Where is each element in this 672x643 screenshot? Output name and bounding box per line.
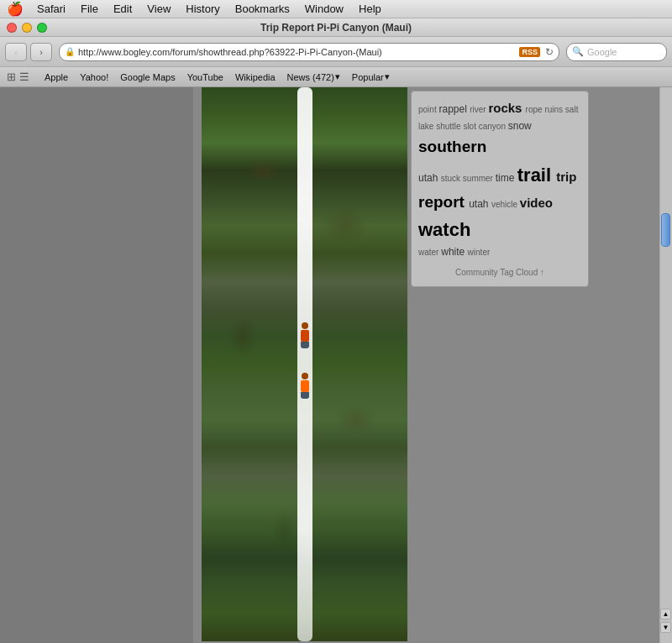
scrollbar-thumb[interactable] [661, 213, 670, 247]
close-button[interactable] [7, 23, 17, 33]
sidebar-toggle-icon[interactable]: ⊞ [7, 71, 16, 83]
bookmark-youtube[interactable]: YouTube [184, 71, 227, 83]
scrollbar-down-button[interactable]: ▼ [660, 622, 671, 633]
search-bar[interactable]: 🔍 Google [566, 43, 667, 61]
tag-southern[interactable]: southern [418, 138, 486, 155]
minimize-button[interactable] [22, 23, 32, 33]
menubar-help[interactable]: Help [352, 2, 388, 16]
scrollbar-up-button[interactable]: ▲ [660, 609, 671, 619]
forward-button[interactable]: › [30, 43, 52, 61]
browser-content: point rappel river rocks rope ruins salt… [0, 87, 672, 643]
waterfall-container [202, 87, 407, 643]
search-icon: 🔍 [572, 46, 584, 57]
back-icon: ‹ [14, 47, 18, 57]
person-body [301, 330, 309, 342]
tag-water[interactable]: water [418, 248, 441, 257]
tag-time[interactable]: time [496, 172, 517, 184]
person-legs [301, 342, 309, 348]
tag-shuttle[interactable]: shuttle [436, 122, 463, 131]
menubar-window[interactable]: Window [298, 2, 350, 16]
main-content: point rappel river rocks rope ruins salt… [193, 87, 672, 643]
tag-canyon[interactable]: canyon [479, 122, 508, 131]
bookmarks-bar: ⊞ ☰ Apple Yahoo! Google Maps YouTube Wik… [0, 67, 672, 87]
waterfall-streak [297, 87, 312, 641]
search-placeholder: Google [587, 47, 617, 57]
window-title: Trip Report Pi-Pi Canyon (Maui) [260, 22, 412, 34]
back-button[interactable]: ‹ [5, 43, 27, 61]
tag-point[interactable]: point [418, 105, 438, 114]
bookmark-popular[interactable]: Popular ▾ [349, 71, 393, 83]
refresh-icon[interactable]: ↻ [545, 46, 554, 58]
bookmark-googlemaps[interactable]: Google Maps [117, 71, 178, 83]
tag-river[interactable]: river [470, 105, 488, 114]
tag-stuck[interactable]: stuck [441, 174, 463, 183]
tag-utah2[interactable]: utah [469, 198, 491, 210]
news-label: News (472) [287, 72, 334, 82]
tag-salt[interactable]: salt [565, 105, 579, 114]
tag-video[interactable]: video [520, 196, 553, 210]
menubar-history[interactable]: History [179, 2, 226, 16]
news-dropdown-icon: ▾ [335, 71, 340, 82]
tag-rappel[interactable]: rappel [438, 103, 470, 115]
tag-cloud-footer[interactable]: Community Tag Cloud ↑ [418, 266, 581, 280]
tag-cloud-box: point rappel river rocks rope ruins salt… [411, 91, 589, 287]
tag-watch[interactable]: watch [418, 219, 470, 240]
menubar-edit[interactable]: Edit [107, 2, 139, 16]
waterfall-image [202, 87, 407, 641]
tag-winter[interactable]: winter [468, 248, 491, 257]
popular-label: Popular [352, 72, 384, 82]
menubar-view[interactable]: View [140, 2, 177, 16]
bookmark-news[interactable]: News (472) ▾ [284, 71, 344, 83]
tag-summer[interactable]: summer [463, 174, 496, 183]
menubar-bookmarks[interactable]: Bookmarks [228, 2, 297, 16]
tag-rope[interactable]: rope [526, 105, 545, 114]
forward-icon: › [39, 47, 43, 57]
person-head-2 [302, 373, 308, 379]
rss-badge[interactable]: RSS [519, 47, 540, 57]
tag-trail[interactable]: trail [517, 165, 556, 186]
titlebar: Trip Report Pi-Pi Canyon (Maui) [0, 18, 672, 37]
person-legs-2 [301, 392, 309, 399]
right-panel: point rappel river rocks rope ruins salt… [407, 87, 592, 643]
person-rappelling-2 [297, 373, 313, 396]
bookmark-yahoo[interactable]: Yahoo! [76, 71, 112, 83]
person-body-2 [301, 380, 309, 392]
tag-white[interactable]: white [441, 246, 467, 258]
bookmark-apple[interactable]: Apple [41, 71, 71, 83]
bookmark-wikipedia[interactable]: Wikipedia [232, 71, 279, 83]
toolbar: ‹ › 🔒 http://www.bogley.com/forum/showth… [0, 37, 672, 67]
tag-trip[interactable]: trip [556, 170, 576, 184]
menubar-safari[interactable]: Safari [30, 2, 72, 16]
menubar-file[interactable]: File [74, 2, 105, 16]
tag-utah[interactable]: utah [418, 172, 441, 184]
tag-ruins[interactable]: ruins [544, 105, 564, 114]
window-controls [7, 23, 47, 33]
popular-dropdown-icon: ▾ [385, 71, 390, 82]
tag-snow[interactable]: snow [508, 120, 532, 132]
bookmarks-icon[interactable]: ☰ [19, 71, 29, 83]
tag-slot[interactable]: slot [463, 122, 478, 131]
address-text: http://www.bogley.com/forum/showthread.p… [78, 47, 382, 57]
left-sidebar [0, 87, 193, 643]
scrollbar-track[interactable]: ▲ ▼ [659, 87, 672, 643]
apple-menu[interactable]: 🍎 [7, 1, 24, 17]
maximize-button[interactable] [37, 23, 47, 33]
tag-vehicle[interactable]: vehicle [491, 200, 520, 209]
toolbar-icons: ⊞ ☰ [7, 71, 29, 83]
menubar: 🍎 Safari File Edit View History Bookmark… [0, 0, 672, 18]
tag-report[interactable]: report [418, 193, 469, 211]
ssl-icon: 🔒 [65, 47, 75, 56]
tag-lake[interactable]: lake [418, 122, 436, 131]
address-bar[interactable]: 🔒 http://www.bogley.com/forum/showthread… [59, 43, 559, 61]
tag-rocks[interactable]: rocks [488, 101, 525, 115]
person-head [302, 322, 308, 329]
person-rappelling [297, 322, 313, 346]
